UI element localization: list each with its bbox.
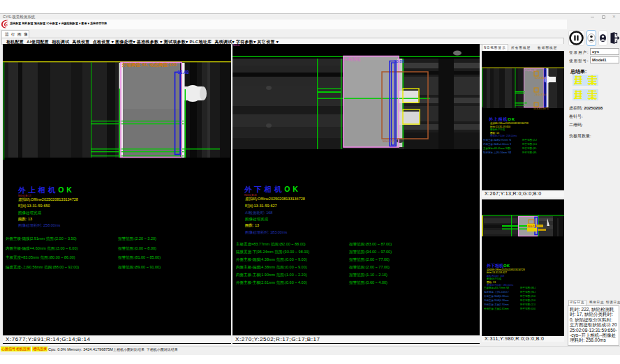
svg-text:53.6,65.0±7.5: 53.6,65.0±7.5 [533,107,548,110]
svg-text:50.08,65.0: 50.08,65.0 [535,77,547,79]
svg-text:NG:7.5: NG:7.5 [528,225,537,228]
svg-text:灯箱阈值:93: 灯箱阈值:93 [525,69,537,72]
svg-text:23.6±7.5↑4: 23.6±7.5↑4 [535,93,547,96]
